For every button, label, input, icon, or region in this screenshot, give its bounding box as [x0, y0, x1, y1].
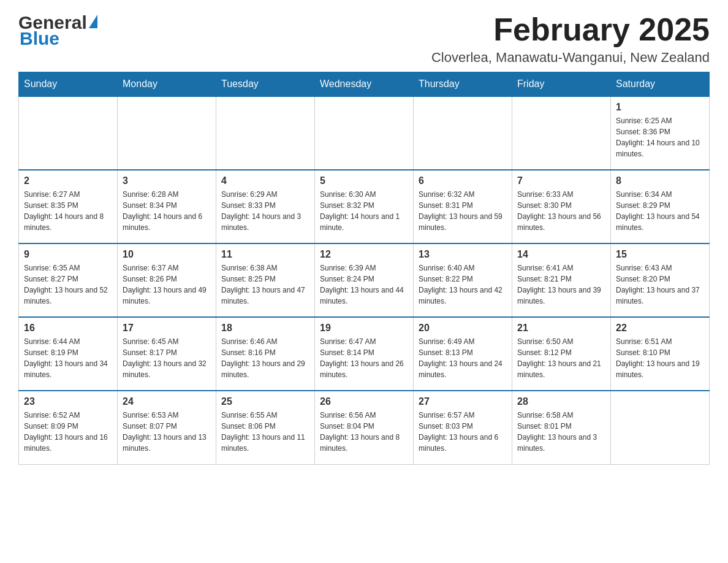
day-number: 13 — [419, 249, 507, 260]
calendar-cell — [118, 96, 216, 170]
day-number: 9 — [24, 249, 112, 260]
week-row-3: 9Sunrise: 6:35 AMSunset: 8:27 PMDaylight… — [19, 243, 710, 317]
month-year-title: February 2025 — [431, 12, 710, 47]
calendar-cell: 15Sunrise: 6:43 AMSunset: 8:20 PMDayligh… — [611, 243, 710, 317]
day-number: 25 — [221, 396, 309, 407]
calendar-cell — [19, 96, 118, 170]
day-number: 5 — [320, 175, 408, 186]
calendar-cell: 8Sunrise: 6:34 AMSunset: 8:29 PMDaylight… — [611, 170, 710, 243]
day-info: Sunrise: 6:53 AMSunset: 8:07 PMDaylight:… — [123, 410, 211, 454]
calendar-cell: 3Sunrise: 6:28 AMSunset: 8:34 PMDaylight… — [118, 170, 216, 243]
day-info: Sunrise: 6:52 AMSunset: 8:09 PMDaylight:… — [24, 410, 112, 454]
header-tuesday: Tuesday — [216, 72, 315, 97]
day-info: Sunrise: 6:44 AMSunset: 8:19 PMDaylight:… — [24, 336, 112, 380]
calendar-cell: 18Sunrise: 6:46 AMSunset: 8:16 PMDayligh… — [216, 317, 315, 391]
day-info: Sunrise: 6:37 AMSunset: 8:26 PMDaylight:… — [123, 262, 211, 307]
day-number: 12 — [320, 249, 408, 260]
day-number: 26 — [320, 396, 408, 407]
day-number: 15 — [616, 249, 704, 260]
header-wednesday: Wednesday — [315, 72, 414, 97]
weekday-header-row: Sunday Monday Tuesday Wednesday Thursday… — [19, 72, 710, 97]
week-row-4: 16Sunrise: 6:44 AMSunset: 8:19 PMDayligh… — [19, 317, 710, 391]
calendar-cell — [414, 96, 512, 170]
day-number: 21 — [517, 323, 605, 334]
calendar-cell: 21Sunrise: 6:50 AMSunset: 8:12 PMDayligh… — [512, 317, 611, 391]
calendar-cell: 22Sunrise: 6:51 AMSunset: 8:10 PMDayligh… — [611, 317, 710, 391]
day-info: Sunrise: 6:47 AMSunset: 8:14 PMDaylight:… — [320, 336, 408, 380]
calendar-cell: 6Sunrise: 6:32 AMSunset: 8:31 PMDaylight… — [414, 170, 512, 243]
day-info: Sunrise: 6:39 AMSunset: 8:24 PMDaylight:… — [320, 262, 408, 307]
day-info: Sunrise: 6:55 AMSunset: 8:06 PMDaylight:… — [221, 410, 309, 454]
day-info: Sunrise: 6:40 AMSunset: 8:22 PMDaylight:… — [419, 262, 507, 307]
calendar-cell: 16Sunrise: 6:44 AMSunset: 8:19 PMDayligh… — [19, 317, 118, 391]
calendar-cell — [216, 96, 315, 170]
day-number: 4 — [221, 175, 309, 186]
day-info: Sunrise: 6:57 AMSunset: 8:03 PMDaylight:… — [419, 410, 507, 454]
location-subtitle: Cloverlea, Manawatu-Wanganui, New Zealan… — [431, 50, 710, 66]
day-number: 14 — [517, 249, 605, 260]
calendar-cell: 23Sunrise: 6:52 AMSunset: 8:09 PMDayligh… — [19, 391, 118, 464]
calendar-title-area: February 2025 Cloverlea, Manawatu-Wangan… — [431, 12, 710, 66]
calendar-cell: 20Sunrise: 6:49 AMSunset: 8:13 PMDayligh… — [414, 317, 512, 391]
day-number: 11 — [221, 249, 309, 260]
day-info: Sunrise: 6:34 AMSunset: 8:29 PMDaylight:… — [616, 189, 704, 233]
week-row-1: 1Sunrise: 6:25 AMSunset: 8:36 PMDaylight… — [19, 96, 710, 170]
day-number: 7 — [517, 175, 605, 186]
day-info: Sunrise: 6:46 AMSunset: 8:16 PMDaylight:… — [221, 336, 309, 380]
day-number: 22 — [616, 323, 704, 334]
page-header: General Blue February 2025 Cloverlea, Ma… — [18, 12, 710, 66]
header-sunday: Sunday — [19, 72, 118, 97]
calendar-cell — [315, 96, 414, 170]
day-number: 2 — [24, 175, 112, 186]
day-info: Sunrise: 6:38 AMSunset: 8:25 PMDaylight:… — [221, 262, 309, 307]
calendar-cell: 13Sunrise: 6:40 AMSunset: 8:22 PMDayligh… — [414, 243, 512, 317]
header-friday: Friday — [512, 72, 611, 97]
logo-blue-text: Blue — [18, 28, 59, 49]
calendar-table: Sunday Monday Tuesday Wednesday Thursday… — [18, 72, 710, 465]
day-number: 20 — [419, 323, 507, 334]
day-number: 10 — [123, 249, 211, 260]
header-saturday: Saturday — [611, 72, 710, 97]
calendar-cell: 19Sunrise: 6:47 AMSunset: 8:14 PMDayligh… — [315, 317, 414, 391]
logo: General Blue — [18, 12, 97, 49]
calendar-cell: 10Sunrise: 6:37 AMSunset: 8:26 PMDayligh… — [118, 243, 216, 317]
day-info: Sunrise: 6:29 AMSunset: 8:33 PMDaylight:… — [221, 189, 309, 233]
calendar-cell: 11Sunrise: 6:38 AMSunset: 8:25 PMDayligh… — [216, 243, 315, 317]
day-info: Sunrise: 6:43 AMSunset: 8:20 PMDaylight:… — [616, 262, 704, 307]
day-info: Sunrise: 6:56 AMSunset: 8:04 PMDaylight:… — [320, 410, 408, 454]
day-info: Sunrise: 6:35 AMSunset: 8:27 PMDaylight:… — [24, 262, 112, 307]
day-number: 28 — [517, 396, 605, 407]
day-info: Sunrise: 6:28 AMSunset: 8:34 PMDaylight:… — [123, 189, 211, 233]
day-number: 19 — [320, 323, 408, 334]
calendar-cell: 4Sunrise: 6:29 AMSunset: 8:33 PMDaylight… — [216, 170, 315, 243]
day-info: Sunrise: 6:41 AMSunset: 8:21 PMDaylight:… — [517, 262, 605, 307]
day-number: 27 — [419, 396, 507, 407]
day-number: 3 — [123, 175, 211, 186]
week-row-2: 2Sunrise: 6:27 AMSunset: 8:35 PMDaylight… — [19, 170, 710, 243]
calendar-cell: 17Sunrise: 6:45 AMSunset: 8:17 PMDayligh… — [118, 317, 216, 391]
calendar-cell — [611, 391, 710, 464]
day-number: 18 — [221, 323, 309, 334]
calendar-cell: 5Sunrise: 6:30 AMSunset: 8:32 PMDaylight… — [315, 170, 414, 243]
day-info: Sunrise: 6:58 AMSunset: 8:01 PMDaylight:… — [517, 410, 605, 454]
day-info: Sunrise: 6:33 AMSunset: 8:30 PMDaylight:… — [517, 189, 605, 233]
day-info: Sunrise: 6:51 AMSunset: 8:10 PMDaylight:… — [616, 336, 704, 380]
header-thursday: Thursday — [414, 72, 512, 97]
calendar-cell: 14Sunrise: 6:41 AMSunset: 8:21 PMDayligh… — [512, 243, 611, 317]
day-info: Sunrise: 6:45 AMSunset: 8:17 PMDaylight:… — [123, 336, 211, 380]
day-number: 17 — [123, 323, 211, 334]
day-number: 23 — [24, 396, 112, 407]
day-info: Sunrise: 6:25 AMSunset: 8:36 PMDaylight:… — [616, 115, 704, 159]
logo-triangle-icon — [89, 15, 97, 28]
calendar-cell: 26Sunrise: 6:56 AMSunset: 8:04 PMDayligh… — [315, 391, 414, 464]
header-monday: Monday — [118, 72, 216, 97]
week-row-5: 23Sunrise: 6:52 AMSunset: 8:09 PMDayligh… — [19, 391, 710, 464]
calendar-cell: 9Sunrise: 6:35 AMSunset: 8:27 PMDaylight… — [19, 243, 118, 317]
day-info: Sunrise: 6:32 AMSunset: 8:31 PMDaylight:… — [419, 189, 507, 233]
calendar-cell: 27Sunrise: 6:57 AMSunset: 8:03 PMDayligh… — [414, 391, 512, 464]
calendar-cell: 24Sunrise: 6:53 AMSunset: 8:07 PMDayligh… — [118, 391, 216, 464]
day-number: 24 — [123, 396, 211, 407]
day-info: Sunrise: 6:50 AMSunset: 8:12 PMDaylight:… — [517, 336, 605, 380]
calendar-cell: 1Sunrise: 6:25 AMSunset: 8:36 PMDaylight… — [611, 96, 710, 170]
day-number: 6 — [419, 175, 507, 186]
